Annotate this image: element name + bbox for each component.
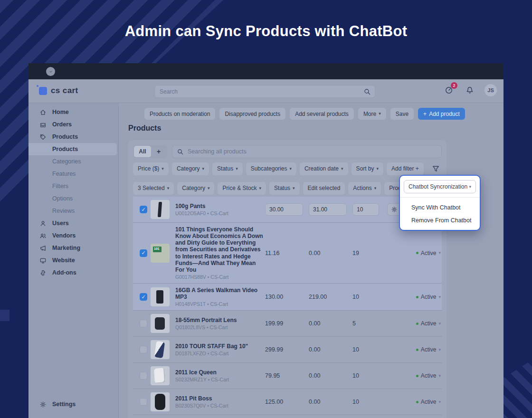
row-checkbox[interactable]: ✓ [140, 249, 147, 257]
list-price-cell[interactable]: 0.00 [309, 250, 352, 256]
price-cell[interactable]: 299.99 [265, 346, 307, 353]
row-checkbox[interactable]: ✓ [140, 320, 147, 327]
product-name[interactable]: 18-55mm Portrait Lens [175, 317, 264, 323]
bulk-chip-category[interactable]: Category ▾ [177, 182, 214, 195]
row-checkbox[interactable]: ✓ [140, 398, 147, 406]
add-several-products-button[interactable]: Add several products [290, 108, 354, 120]
status-badge[interactable]: Active [421, 346, 437, 353]
product-name[interactable]: 100g Pants [175, 203, 264, 209]
status-badge[interactable]: Active [421, 294, 437, 300]
cs-cart-logo[interactable]: cs cart [39, 86, 78, 95]
more-button[interactable]: More▾ [358, 108, 386, 120]
sidebar-item-home[interactable]: Home [28, 106, 118, 118]
caret-down-icon: ▾ [438, 322, 441, 326]
search-input[interactable] [155, 86, 375, 97]
sidebar-item-users[interactable]: Users [28, 217, 118, 229]
sidebar-item-vendors[interactable]: Vendors [28, 229, 118, 242]
add-filter-chip[interactable]: Add filter + [387, 162, 424, 175]
status-badge[interactable]: Active [421, 372, 437, 379]
product-name[interactable]: 2011 Ice Queen [175, 369, 264, 376]
quantity-cell[interactable]: 5 [352, 320, 385, 327]
row-checkbox[interactable]: ✓ [140, 372, 147, 380]
price-cell[interactable]: 11.16 [265, 250, 307, 256]
status-dot [416, 252, 418, 254]
sidebar-item-website[interactable]: Website [28, 254, 118, 266]
price-cell[interactable] [265, 203, 307, 216]
sidebar-item-settings[interactable]: Settings [28, 398, 118, 410]
row-checkbox[interactable]: ✓ [140, 206, 147, 213]
price-cell[interactable]: 199.99 [265, 320, 307, 327]
bulk-chip-status[interactable]: Status ▾ [269, 182, 300, 195]
sidebar-item-filters[interactable]: Filters [28, 180, 118, 192]
list-price-cell[interactable] [309, 203, 352, 216]
sidebar-item-categories[interactable]: Categories [28, 155, 118, 168]
bulk-chip-actions[interactable]: Actions ▾ [348, 182, 381, 195]
row-checkbox[interactable]: ✓ [140, 293, 147, 301]
menu-item-sync-with-chatbot[interactable]: Sync With Chatbot [411, 201, 480, 214]
list-price-cell[interactable]: 219.00 [309, 294, 352, 300]
list-price-cell[interactable]: 0.00 [309, 346, 352, 353]
chatbot-sync-button[interactable]: Chatbot Syncronization ▾ [404, 180, 476, 193]
filter-chip-creation-date[interactable]: Creation date ▾ [300, 162, 348, 175]
timer-icon[interactable]: 2 [443, 84, 455, 96]
caret-down-icon: ▾ [377, 167, 379, 171]
quantity-cell[interactable]: 19 [352, 250, 385, 256]
decorative-square [0, 310, 10, 321]
sidebar-item-features[interactable]: Features [28, 168, 118, 180]
product-name[interactable]: 16GB A Series Walkman Video MP3 [175, 287, 264, 300]
search-icon[interactable] [363, 88, 371, 95]
quantity-cell[interactable]: 10 [352, 399, 385, 405]
bell-icon[interactable] [464, 84, 476, 96]
disapproved-products-button[interactable]: Disapproved products [219, 108, 285, 120]
save-button[interactable]: Save [390, 108, 414, 120]
bulk-chip-price-stock[interactable]: Price & Stock ▾ [218, 182, 266, 195]
quantity-cell[interactable]: 10 [352, 346, 385, 353]
app-body: Home Orders Products Products Categories… [28, 103, 504, 418]
filter-chip-subcategories[interactable]: Subcategories ▾ [246, 162, 296, 175]
products-on-moderation-button[interactable]: Products on moderation [144, 108, 215, 120]
table-row: ✓ 18-55mm Portrait Lens Q01802L8VS • CS-… [133, 311, 442, 337]
logo-icon [39, 87, 47, 95]
quantity-cell[interactable]: 10 [352, 294, 385, 300]
list-price-input[interactable] [309, 203, 347, 216]
price-input[interactable] [265, 203, 303, 216]
bulk-chip-edit-selected[interactable]: Edit selected [303, 182, 345, 195]
caret-down-icon: ▾ [438, 295, 441, 299]
quantity-input[interactable] [352, 203, 379, 216]
tab-all[interactable]: All [134, 146, 151, 157]
sidebar-item-options[interactable]: Options [28, 192, 118, 205]
status-badge[interactable]: Active [421, 399, 437, 405]
product-name[interactable]: 101 Things Everyone Should Know About Ec… [175, 226, 264, 273]
price-cell[interactable]: 130.00 [265, 294, 307, 300]
avatar[interactable]: JS [484, 84, 497, 96]
list-price-cell[interactable]: 0.00 [309, 320, 352, 327]
sidebar-item-products[interactable]: Products [28, 143, 117, 155]
add-tab-button[interactable]: + [151, 146, 166, 157]
status-badge[interactable]: Active [421, 250, 437, 256]
filter-chip-sort-by[interactable]: Sort by ▾ [352, 162, 384, 175]
add-product-button[interactable]: +Add product [418, 108, 465, 120]
menu-item-remove-from-chatbot[interactable]: Remove From Chatbot [411, 214, 480, 227]
chevron-down-icon[interactable] [46, 67, 55, 76]
sidebar-item-reviews[interactable]: Reviews [28, 205, 118, 217]
quantity-cell[interactable]: 10 [352, 372, 385, 379]
sidebar-item-marketing[interactable]: Marketing [28, 242, 118, 254]
list-price-cell[interactable]: 0.00 [309, 372, 352, 379]
price-cell[interactable]: 125.00 [265, 399, 307, 405]
filter-chip-price[interactable]: Price ($) ▾ [133, 162, 169, 175]
filter-chip-status[interactable]: Status ▾ [212, 162, 243, 175]
product-name[interactable]: 2010 TOUR STAFF Bag 10" [175, 343, 264, 350]
row-checkbox[interactable]: ✓ [140, 346, 147, 353]
products-search-input[interactable] [172, 145, 441, 158]
bulk-chip-3-selected[interactable]: 3 Selected ▾ [133, 182, 174, 195]
filter-chip-category[interactable]: Category ▾ [172, 162, 209, 175]
sidebar-item-add-ons[interactable]: Add-ons [28, 266, 118, 279]
product-name[interactable]: 2011 Pit Boss [175, 395, 264, 402]
sidebar-item-orders[interactable]: Orders [28, 118, 118, 131]
status-badge[interactable]: Active [421, 320, 437, 327]
sidebar-item-products[interactable]: Products [28, 131, 118, 143]
funnel-icon[interactable] [430, 162, 442, 175]
list-price-cell[interactable]: 0.00 [309, 399, 352, 405]
quantity-cell[interactable] [352, 203, 385, 216]
price-cell[interactable]: 79.95 [265, 372, 307, 379]
